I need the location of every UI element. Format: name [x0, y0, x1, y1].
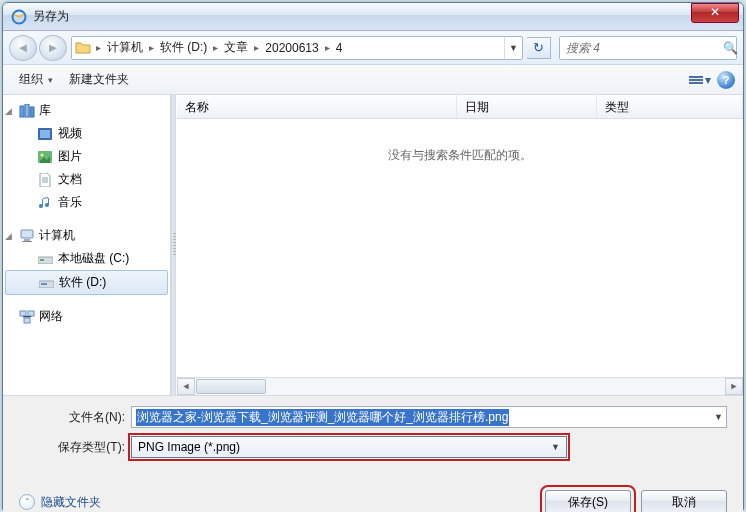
- filetype-combo[interactable]: PNG Image (*.png)▼: [131, 436, 567, 458]
- address-bar[interactable]: ▸ 计算机 ▸ 软件 (D:) ▸ 文章 ▸ 20200613 ▸ 4 ▼: [71, 36, 523, 60]
- document-icon: [37, 172, 53, 188]
- folder-icon: [72, 38, 94, 58]
- sidebar-item-documents[interactable]: 文档: [3, 168, 170, 191]
- network-icon: [19, 309, 35, 325]
- forward-button[interactable]: ►: [39, 35, 67, 61]
- collapse-icon[interactable]: ◢: [5, 106, 12, 116]
- drive-icon: [37, 251, 53, 267]
- sidebar-item-drive-d[interactable]: 软件 (D:): [5, 270, 168, 295]
- collapse-icon[interactable]: ◢: [5, 231, 12, 241]
- crumb-folder3[interactable]: 4: [332, 41, 347, 55]
- toolbar: 组织 新建文件夹 ▾ ?: [3, 65, 743, 95]
- svg-rect-5: [40, 130, 50, 138]
- video-icon: [37, 126, 53, 142]
- svg-rect-16: [28, 311, 34, 316]
- sidebar-network[interactable]: 网络: [3, 305, 170, 328]
- new-folder-button[interactable]: 新建文件夹: [61, 68, 137, 91]
- save-button[interactable]: 保存(S): [545, 490, 631, 512]
- sidebar-item-music[interactable]: 音乐: [3, 191, 170, 214]
- library-icon: [19, 103, 35, 119]
- footer: ˄隐藏文件夹 保存(S) 取消: [3, 476, 743, 512]
- svg-rect-14: [41, 283, 47, 285]
- search-icon[interactable]: 🔍: [723, 41, 738, 55]
- chevron-up-icon: ˄: [19, 494, 35, 510]
- crumb-folder2[interactable]: 20200613: [261, 41, 322, 55]
- save-as-dialog: 另存为 ✕ ◄ ► ▸ 计算机 ▸ 软件 (D:) ▸ 文章 ▸ 2020061…: [2, 2, 744, 510]
- hide-folders-toggle[interactable]: ˄隐藏文件夹: [19, 494, 101, 511]
- music-icon: [37, 195, 53, 211]
- chevron-right-icon[interactable]: ▸: [147, 42, 156, 53]
- chevron-right-icon[interactable]: ▸: [323, 42, 332, 53]
- organize-menu[interactable]: 组织: [11, 68, 61, 91]
- sidebar-item-drive-c[interactable]: 本地磁盘 (C:): [3, 247, 170, 270]
- filename-dropdown[interactable]: ▼: [714, 412, 723, 422]
- scroll-thumb[interactable]: [196, 379, 266, 394]
- chevron-right-icon[interactable]: ▸: [252, 42, 261, 53]
- sidebar-resizer[interactable]: [171, 95, 177, 395]
- window-title: 另存为: [33, 8, 691, 25]
- svg-rect-2: [25, 104, 29, 117]
- svg-point-7: [41, 153, 44, 156]
- search-box[interactable]: 🔍: [559, 36, 737, 60]
- drive-icon: [38, 275, 54, 291]
- sidebar-computer[interactable]: ◢计算机: [3, 224, 170, 247]
- back-button[interactable]: ◄: [9, 35, 37, 61]
- column-date[interactable]: 日期: [457, 95, 597, 118]
- svg-rect-12: [40, 259, 44, 261]
- svg-rect-8: [21, 230, 33, 238]
- sidebar-library[interactable]: ◢库: [3, 99, 170, 122]
- computer-icon: [19, 228, 35, 244]
- close-button[interactable]: ✕: [691, 3, 739, 23]
- help-icon[interactable]: ?: [717, 71, 735, 89]
- picture-icon: [37, 149, 53, 165]
- svg-rect-10: [22, 241, 32, 242]
- refresh-button[interactable]: ↻: [527, 37, 551, 59]
- cancel-button[interactable]: 取消: [641, 490, 727, 512]
- column-name[interactable]: 名称: [177, 95, 457, 118]
- horizontal-scrollbar[interactable]: ◄ ►: [177, 377, 743, 395]
- svg-rect-1: [20, 106, 24, 117]
- chevron-down-icon: ▼: [551, 442, 560, 452]
- crumb-drive[interactable]: 软件 (D:): [156, 39, 211, 56]
- crumb-computer[interactable]: 计算机: [103, 39, 147, 56]
- chevron-right-icon[interactable]: ▸: [94, 42, 103, 53]
- nav-bar: ◄ ► ▸ 计算机 ▸ 软件 (D:) ▸ 文章 ▸ 20200613 ▸ 4 …: [3, 31, 743, 65]
- sidebar-item-pictures[interactable]: 图片: [3, 145, 170, 168]
- computer-label: 计算机: [39, 227, 75, 244]
- empty-message: 没有与搜索条件匹配的项。: [177, 119, 743, 192]
- titlebar[interactable]: 另存为 ✕: [3, 3, 743, 31]
- svg-rect-15: [20, 311, 26, 316]
- svg-rect-17: [24, 318, 30, 323]
- svg-rect-3: [30, 107, 34, 117]
- network-label: 网络: [39, 308, 63, 325]
- filename-label: 文件名(N):: [19, 409, 131, 426]
- ie-icon: [11, 9, 27, 25]
- view-options-button[interactable]: ▾: [689, 73, 711, 87]
- scroll-right-button[interactable]: ►: [725, 378, 743, 395]
- column-type[interactable]: 类型: [597, 95, 743, 118]
- sidebar-item-videos[interactable]: 视频: [3, 122, 170, 145]
- filetype-label: 保存类型(T):: [19, 439, 131, 456]
- filetype-value: PNG Image (*.png): [138, 440, 240, 454]
- filename-input[interactable]: 浏览器之家-浏览器下载_浏览器评测_浏览器哪个好_浏览器排行榜.png▼: [131, 406, 727, 428]
- address-dropdown[interactable]: ▼: [504, 37, 522, 59]
- crumb-folder1[interactable]: 文章: [220, 39, 252, 56]
- file-list: 名称 日期 类型 没有与搜索条件匹配的项。 ◄ ►: [177, 95, 743, 395]
- search-input[interactable]: [560, 41, 723, 55]
- bottom-panel: 文件名(N): 浏览器之家-浏览器下载_浏览器评测_浏览器哪个好_浏览器排行榜.…: [3, 395, 743, 476]
- library-label: 库: [39, 102, 51, 119]
- chevron-right-icon[interactable]: ▸: [211, 42, 220, 53]
- scroll-left-button[interactable]: ◄: [177, 378, 195, 395]
- sidebar: ◢库 视频 图片 文档 音乐 ◢计算机 本地磁盘 (C:) 软件 (D:) 网络: [3, 95, 171, 395]
- svg-rect-9: [24, 239, 30, 241]
- filename-value: 浏览器之家-浏览器下载_浏览器评测_浏览器哪个好_浏览器排行榜.png: [136, 409, 509, 426]
